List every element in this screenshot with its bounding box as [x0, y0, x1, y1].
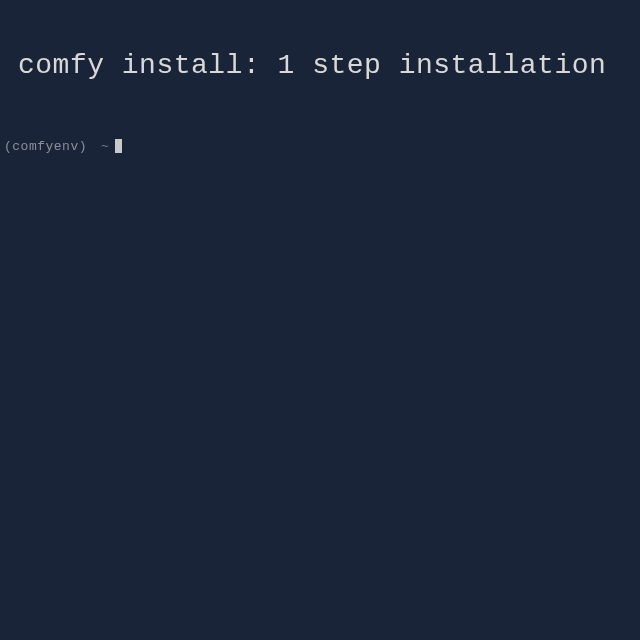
terminal-prompt-line[interactable]: (comfyenv) ~ [0, 81, 640, 153]
terminal-cursor [115, 139, 122, 153]
prompt-path: ~ [101, 140, 109, 153]
virtualenv-name: (comfyenv) [4, 140, 87, 153]
page-title: comfy install: 1 step installation [0, 0, 640, 81]
